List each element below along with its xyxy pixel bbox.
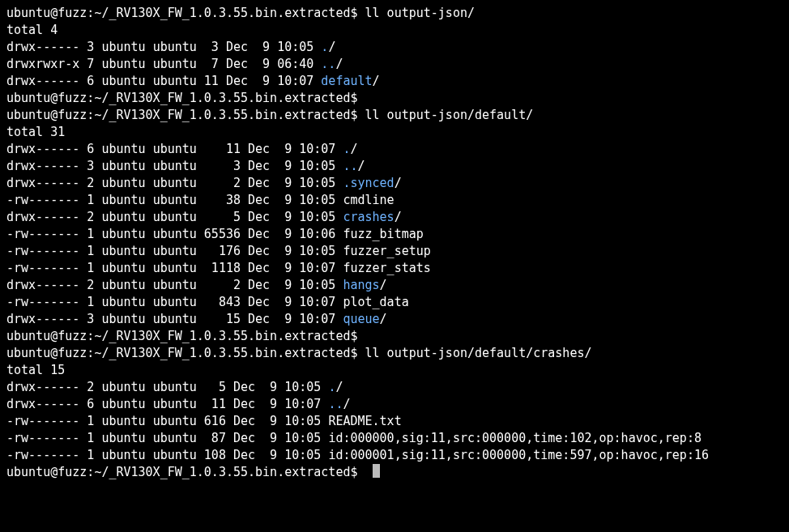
total-line: total 4: [6, 22, 783, 39]
file-row: -rw------- 1 ubuntu ubuntu 87 Dec 9 10:0…: [6, 430, 783, 447]
file-group: ubuntu: [153, 210, 197, 224]
file-links: 1: [87, 244, 94, 258]
file-row: drwx------ 3 ubuntu ubuntu 3 Dec 9 10:05…: [6, 158, 783, 175]
file-group: ubuntu: [153, 380, 197, 394]
file-day: 9: [262, 448, 277, 462]
file-name: ..: [321, 57, 335, 71]
file-time: 10:07: [277, 74, 313, 88]
file-day: 9: [277, 312, 292, 326]
file-size: 15: [204, 312, 241, 326]
file-group: ubuntu: [153, 244, 197, 258]
file-day: 9: [262, 397, 277, 411]
file-name: fuzzer_setup: [343, 244, 430, 258]
file-day: 9: [277, 142, 292, 156]
file-owner: ubuntu: [101, 295, 145, 309]
file-time: 10:05: [299, 210, 335, 224]
file-time: 06:40: [277, 57, 313, 71]
file-name: fuzz_bitmap: [343, 227, 423, 241]
file-group: ubuntu: [153, 431, 197, 445]
file-owner: ubuntu: [101, 57, 145, 71]
file-size: 2: [204, 176, 241, 190]
file-perm: -rw-------: [6, 414, 79, 428]
file-size: 108: [204, 448, 226, 462]
file-day: 9: [277, 295, 292, 309]
file-month: Dec: [226, 74, 248, 88]
total-line: total 15: [6, 362, 783, 379]
file-owner: ubuntu: [101, 244, 145, 258]
prompt-dollar: $: [350, 108, 357, 122]
file-links: 7: [87, 57, 94, 71]
command: ll output-json/default/: [365, 108, 534, 122]
file-group: ubuntu: [153, 261, 197, 275]
file-group: ubuntu: [153, 40, 197, 54]
file-links: 2: [87, 278, 94, 292]
file-name: id:000000,sig:11,src:000000,time:102,op:…: [328, 431, 702, 445]
file-group: ubuntu: [153, 176, 197, 190]
file-row: -rw------- 1 ubuntu ubuntu 108 Dec 9 10:…: [6, 447, 783, 464]
file-size: 11: [204, 142, 241, 156]
file-owner: ubuntu: [101, 414, 145, 428]
file-size: 65536: [204, 227, 241, 241]
file-owner: ubuntu: [101, 278, 145, 292]
file-time: 10:05: [284, 414, 321, 428]
file-month: Dec: [226, 40, 248, 54]
file-name: ..: [328, 397, 343, 411]
file-row: drwx------ 2 ubuntu ubuntu 2 Dec 9 10:05…: [6, 175, 783, 192]
file-name: README.txt: [328, 414, 401, 428]
file-month: Dec: [248, 193, 270, 207]
file-size: 1118: [204, 261, 241, 275]
file-owner: ubuntu: [101, 193, 145, 207]
prompt-user: ubuntu: [6, 465, 50, 479]
file-name: cmdline: [343, 193, 394, 207]
file-owner: ubuntu: [101, 210, 145, 224]
file-month: Dec: [226, 57, 248, 71]
file-name: ..: [343, 159, 357, 173]
file-size: 2: [204, 278, 241, 292]
file-time: 10:05: [284, 448, 321, 462]
file-row: drwx------ 2 ubuntu ubuntu 5 Dec 9 10:05…: [6, 379, 783, 396]
file-time: 10:07: [299, 312, 335, 326]
file-month: Dec: [248, 142, 270, 156]
file-name: crashes: [343, 210, 394, 224]
file-time: 10:05: [277, 40, 313, 54]
prompt-line: ubuntu@fuzz:~/_RV130X_FW_1.0.3.55.bin.ex…: [6, 5, 783, 22]
terminal[interactable]: ubuntu@fuzz:~/_RV130X_FW_1.0.3.55.bin.ex…: [0, 0, 789, 486]
file-perm: -rw-------: [6, 193, 79, 207]
file-day: 9: [255, 57, 270, 71]
file-row: drwx------ 6 ubuntu ubuntu 11 Dec 9 10:0…: [6, 73, 783, 90]
prompt-dollar: $: [350, 465, 357, 479]
prompt-line: ubuntu@fuzz:~/_RV130X_FW_1.0.3.55.bin.ex…: [6, 464, 783, 481]
prompt-line: ubuntu@fuzz:~/_RV130X_FW_1.0.3.55.bin.ex…: [6, 90, 783, 107]
file-owner: ubuntu: [101, 261, 145, 275]
file-size: 843: [204, 295, 241, 309]
at-sign: @: [50, 91, 58, 105]
prompt-host: fuzz: [58, 465, 87, 479]
file-size: 5: [204, 210, 241, 224]
file-name: queue: [343, 312, 379, 326]
file-links: 3: [87, 312, 94, 326]
prompt-dollar: $: [350, 91, 357, 105]
file-day: 9: [277, 193, 292, 207]
file-links: 3: [87, 40, 94, 54]
file-month: Dec: [233, 380, 255, 394]
file-size: 3: [204, 40, 219, 54]
file-group: ubuntu: [153, 278, 197, 292]
file-row: drwx------ 6 ubuntu ubuntu 11 Dec 9 10:0…: [6, 396, 783, 413]
file-links: 1: [87, 295, 94, 309]
file-perm: -rw-------: [6, 244, 79, 258]
file-links: 2: [87, 176, 94, 190]
file-time: 10:06: [299, 227, 335, 241]
file-month: Dec: [248, 227, 270, 241]
file-group: ubuntu: [153, 397, 197, 411]
file-perm: -rw-------: [6, 448, 79, 462]
file-links: 1: [87, 193, 94, 207]
file-day: 9: [262, 380, 277, 394]
file-name: fuzzer_stats: [343, 261, 430, 275]
file-links: 1: [87, 227, 94, 241]
file-day: 9: [277, 159, 292, 173]
file-owner: ubuntu: [101, 431, 145, 445]
file-size: 11: [204, 397, 226, 411]
at-sign: @: [50, 346, 58, 360]
file-perm: drwx------: [6, 176, 79, 190]
file-row: drwx------ 2 ubuntu ubuntu 2 Dec 9 10:05…: [6, 277, 783, 294]
